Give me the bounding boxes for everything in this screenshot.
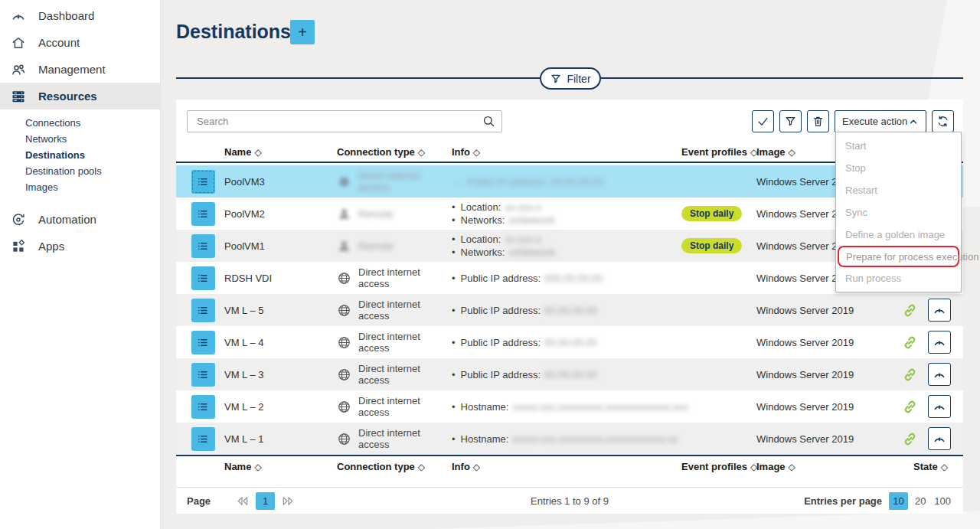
- globe-icon: [337, 432, 351, 446]
- column-footer-event-profiles[interactable]: Event profiles◇: [681, 461, 756, 472]
- sidebar-item-resources[interactable]: Resources: [0, 83, 160, 109]
- dashboard-state-button[interactable]: [928, 299, 951, 322]
- filter-button[interactable]: Filter: [540, 67, 601, 90]
- table-row[interactable]: VM L – 4 Direct internet access •Public …: [176, 326, 963, 358]
- event-profile-badge: Stop daily: [681, 206, 742, 221]
- row-name: VM L – 4: [224, 337, 337, 348]
- menu-item[interactable]: Sync: [836, 201, 961, 224]
- column-header-connection-type[interactable]: Connection type◇: [337, 146, 452, 158]
- sidebar-subitem[interactable]: Connections: [0, 115, 160, 131]
- sort-icon[interactable]: ◇: [418, 147, 425, 158]
- row-connection-type: Direct internet access: [337, 427, 452, 450]
- page-size-option[interactable]: 20: [911, 492, 930, 510]
- add-destination-button[interactable]: +: [290, 20, 315, 44]
- row-name: VM L – 1: [224, 433, 337, 445]
- row-image: Windows Server 2019: [756, 305, 902, 316]
- dashboard-state-button[interactable]: [928, 331, 951, 354]
- dashboard-state-button[interactable]: [928, 427, 951, 450]
- menu-item[interactable]: Prepare for process execution: [838, 246, 959, 267]
- sort-icon[interactable]: ◇: [473, 147, 480, 158]
- column-header-info[interactable]: Info◇: [452, 146, 681, 158]
- sidebar-item-label: Automation: [38, 213, 96, 226]
- sidebar-subitem[interactable]: Networks: [0, 131, 160, 147]
- column-footer-connection-type[interactable]: Connection type◇: [337, 461, 452, 472]
- blur-person-icon: [337, 207, 351, 221]
- check-icon: [756, 115, 769, 128]
- page-number-button[interactable]: 1: [256, 492, 275, 510]
- sort-icon[interactable]: ◇: [941, 462, 948, 472]
- connection-type-label: Direct internet access: [358, 363, 452, 386]
- search-input[interactable]: [187, 110, 502, 132]
- resources-subnav: Connections Networks Destinations Destin…: [0, 109, 160, 199]
- page-size-option[interactable]: 100: [933, 492, 952, 510]
- filter-rows-button[interactable]: [779, 110, 802, 132]
- sync-button[interactable]: [932, 110, 954, 132]
- sort-icon[interactable]: ◇: [254, 462, 261, 472]
- entries-per-page-label: Entries per page: [804, 495, 882, 507]
- row-state: [902, 395, 965, 418]
- page-label: Page: [187, 495, 211, 507]
- sort-icon[interactable]: ◇: [789, 462, 795, 472]
- row-connection-type: Direct internet access: [337, 299, 452, 322]
- row-menu-button[interactable]: [191, 363, 215, 387]
- delete-button[interactable]: [807, 110, 829, 132]
- trash-icon: [812, 115, 825, 128]
- users-icon: [8, 60, 28, 80]
- row-menu-button[interactable]: [191, 331, 215, 354]
- menu-item[interactable]: Run process: [836, 267, 961, 289]
- row-menu-button[interactable]: [191, 234, 215, 258]
- menu-item[interactable]: Stop: [836, 157, 961, 179]
- row-name: PoolVM3: [224, 176, 337, 188]
- row-menu-button[interactable]: [191, 170, 215, 194]
- table-row[interactable]: VM L – 3 Direct internet access •Public …: [176, 358, 963, 390]
- sidebar: Dashboard Account Management Resources C…: [0, 0, 161, 529]
- row-name: PoolVM2: [224, 208, 337, 220]
- sort-icon[interactable]: ◇: [254, 147, 261, 158]
- row-menu-button[interactable]: [191, 266, 215, 290]
- globe-icon: [337, 400, 351, 414]
- sort-icon[interactable]: ◇: [418, 462, 425, 472]
- menu-item[interactable]: Restart: [836, 179, 961, 201]
- home-icon: [8, 33, 28, 53]
- sort-icon[interactable]: ◇: [473, 462, 480, 472]
- row-info: •Location:xx-xxx-x•Networks:xxNetwork: [452, 201, 681, 227]
- dashboard-state-button[interactable]: [928, 395, 951, 418]
- row-menu-button[interactable]: [191, 427, 215, 451]
- list-icon: [196, 271, 211, 286]
- sort-icon[interactable]: ◇: [789, 147, 795, 158]
- column-header-event-profiles[interactable]: Event profiles◇: [681, 146, 756, 158]
- menu-item[interactable]: Start: [836, 135, 961, 157]
- row-menu-button[interactable]: [191, 395, 215, 419]
- next-page-icon[interactable]: [280, 495, 296, 508]
- sidebar-item-dashboard[interactable]: Dashboard: [0, 2, 160, 29]
- sidebar-subitem[interactable]: Images: [0, 179, 160, 195]
- table-row[interactable]: VM L – 5 Direct internet access •Public …: [176, 294, 963, 326]
- column-footer-info[interactable]: Info◇: [452, 461, 681, 472]
- sidebar-item-account[interactable]: Account: [0, 29, 160, 56]
- previous-page-icon[interactable]: [235, 495, 250, 508]
- select-all-button[interactable]: [752, 110, 774, 132]
- sidebar-item-management[interactable]: Management: [0, 56, 160, 83]
- execute-action-dropdown[interactable]: Execute action: [835, 110, 926, 132]
- row-menu-button[interactable]: [191, 299, 215, 322]
- menu-item[interactable]: Define a golden image: [836, 224, 961, 246]
- sidebar-subitem[interactable]: Destinations: [0, 147, 160, 163]
- link-icon: [902, 302, 918, 318]
- column-footer-image[interactable]: Image◇: [756, 461, 902, 472]
- page-size-option[interactable]: 10: [889, 492, 908, 510]
- sidebar-subitem[interactable]: Destination pools: [0, 163, 160, 179]
- sidebar-item-apps[interactable]: Apps: [0, 233, 160, 260]
- connection-type-label: Direct internet access: [358, 266, 452, 289]
- sidebar-item-automation[interactable]: Automation: [0, 206, 160, 233]
- info-line: •Public IP address:00.00.00.00: [452, 304, 681, 317]
- column-header-name[interactable]: Name◇: [224, 146, 337, 158]
- column-footer-state[interactable]: State◇: [902, 461, 963, 472]
- row-menu-button[interactable]: [191, 202, 215, 226]
- table-row[interactable]: VM L – 2 Direct internet access •Hostnam…: [176, 390, 963, 423]
- pagination-bar: Page 1 Entries 1 to 9 of 9 Entries per p…: [176, 487, 963, 514]
- link-icon: [902, 399, 918, 415]
- column-footer-name[interactable]: Name◇: [224, 461, 337, 472]
- dashboard-state-button[interactable]: [928, 363, 951, 386]
- sidebar-subitem-label: Networks: [25, 133, 67, 145]
- table-row[interactable]: VM L – 1 Direct internet access •Hostnam…: [176, 423, 963, 455]
